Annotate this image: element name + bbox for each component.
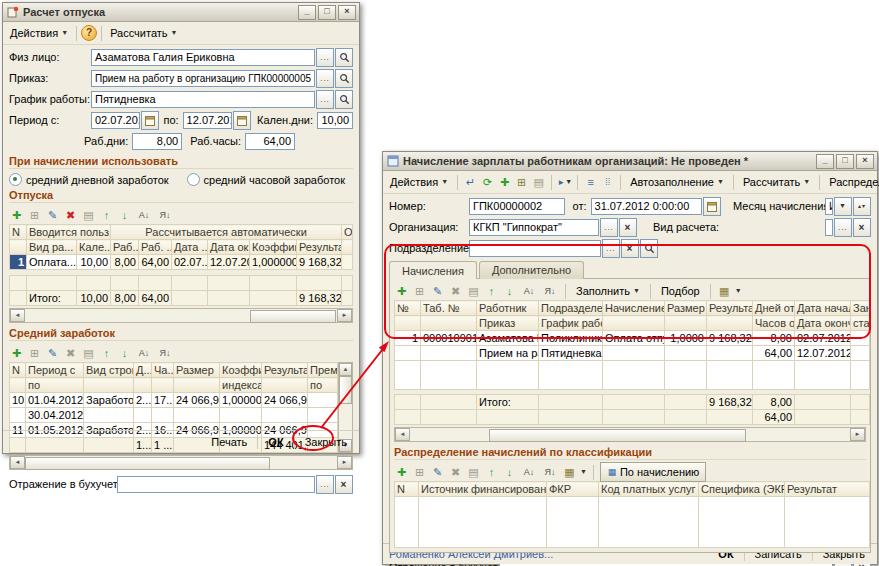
- move-up-icon[interactable]: ↑: [484, 465, 499, 480]
- scroll-thumb[interactable]: [339, 376, 352, 404]
- grafik-select-button[interactable]: ...: [316, 90, 334, 109]
- podrazdelenie-field[interactable]: [469, 240, 601, 257]
- cell[interactable]: 0000109019: [421, 331, 477, 346]
- cell[interactable]: Прием на раб...: [477, 346, 539, 361]
- move-up-icon[interactable]: ↑: [484, 284, 499, 299]
- cell[interactable]: 8,00: [753, 331, 795, 346]
- podbor-button[interactable]: Подбор: [657, 283, 704, 299]
- scroll-right-icon[interactable]: ►: [337, 456, 352, 469]
- magnifier-icon[interactable]: [640, 239, 658, 258]
- cell[interactable]: 02.07....: [172, 255, 208, 270]
- scroll-thumb[interactable]: [25, 457, 270, 470]
- org-field[interactable]: КГКП "Гиппократ": [469, 219, 599, 236]
- podr-select-button[interactable]: ...: [602, 239, 620, 258]
- copy-row-icon[interactable]: ⊞: [27, 208, 42, 223]
- otrazhenie-field[interactable]: [117, 476, 315, 493]
- help-icon[interactable]: ?: [81, 25, 97, 41]
- nomer-field[interactable]: ГПК00000002: [469, 198, 565, 215]
- ok-button[interactable]: ОК: [262, 434, 289, 450]
- cell[interactable]: 17...: [152, 393, 174, 408]
- otrazhenie-select-button[interactable]: ...: [316, 475, 334, 494]
- tab-dopolnitelno[interactable]: Дополнительно: [479, 261, 584, 279]
- cell[interactable]: 12.07.2012: [795, 346, 851, 361]
- cell[interactable]: 64,00: [139, 255, 172, 270]
- minimize-button[interactable]: _: [298, 5, 316, 20]
- new-document-icon[interactable]: ✚: [497, 175, 512, 190]
- cell[interactable]: 24 066,90: [174, 393, 220, 408]
- fiz-lico-open-button magnifier-icon[interactable]: [335, 48, 353, 67]
- menu-autofill[interactable]: Автозаполнение ▼: [626, 174, 728, 190]
- fill-button[interactable]: Заполнить ▼: [572, 283, 644, 299]
- move-down-icon[interactable]: ↓: [502, 284, 517, 299]
- vid-select-button[interactable]: ...: [834, 218, 852, 237]
- sort-asc-icon[interactable]: А↓: [135, 346, 153, 361]
- sort-desc-icon[interactable]: Я↓: [156, 346, 174, 361]
- sort-asc-icon[interactable]: А↓: [520, 284, 538, 299]
- row-number-cell[interactable]: 10: [10, 393, 26, 408]
- maximize-button[interactable]: □: [836, 154, 854, 169]
- radio-hourly-earnings[interactable]: [187, 173, 200, 186]
- cell[interactable]: 9 168,32: [707, 331, 753, 346]
- sort-desc-icon[interactable]: Я↓: [541, 284, 559, 299]
- row-number-cell[interactable]: 1: [10, 255, 27, 270]
- menu-actions[interactable]: Действия ▼: [386, 174, 452, 190]
- calendar-icon[interactable]: [703, 197, 721, 216]
- paste-icon[interactable]: ▤: [531, 175, 546, 190]
- scroll-right-icon[interactable]: ►: [850, 428, 865, 441]
- rab-dni-field[interactable]: 8,00: [132, 133, 182, 150]
- move-up-icon[interactable]: ↑: [99, 346, 114, 361]
- scroll-left-icon[interactable]: ◄: [10, 456, 25, 469]
- cell[interactable]: Заработок: [84, 393, 134, 408]
- cell[interactable]: Пятидневка: [539, 346, 603, 361]
- clear-icon[interactable]: ×: [619, 218, 637, 237]
- move-down-icon[interactable]: ↓: [117, 208, 132, 223]
- month-spinner[interactable]: ▴▾: [853, 197, 871, 216]
- rab-chasy-field[interactable]: 64,00: [245, 133, 295, 150]
- sort-asc-icon[interactable]: А↓: [135, 208, 153, 223]
- cell[interactable]: 12.07.20...: [208, 255, 250, 270]
- org-select-button[interactable]: ...: [600, 218, 618, 237]
- end-edit-icon[interactable]: ▤: [466, 284, 481, 299]
- calendar-icon[interactable]: [141, 111, 159, 130]
- copy-row-icon[interactable]: ⊞: [27, 346, 42, 361]
- cell[interactable]: 30.04.2012: [26, 408, 84, 423]
- sort-desc-icon[interactable]: Я↓: [541, 465, 559, 480]
- delete-row-icon[interactable]: ✖: [63, 208, 78, 223]
- copy-row-icon[interactable]: ⊞: [412, 465, 427, 480]
- cell[interactable]: 1,000000...: [250, 255, 297, 270]
- edit-row-icon[interactable]: ✎: [45, 346, 60, 361]
- scroll-left-icon[interactable]: ◄: [395, 428, 410, 441]
- vid-rascheta-field[interactable]: [825, 219, 833, 236]
- end-edit-icon[interactable]: ▤: [466, 465, 481, 480]
- end-edit-icon[interactable]: ▤: [81, 208, 96, 223]
- list-settings-icon[interactable]: ≡: [583, 175, 598, 190]
- clear-icon[interactable]: ×: [335, 475, 353, 494]
- structure-icon[interactable]: ⁞⁞: [600, 175, 615, 190]
- clear-icon[interactable]: ×: [853, 218, 871, 237]
- sort-desc-icon[interactable]: Я↓: [156, 208, 174, 223]
- prikaz-open-button magnifier-icon[interactable]: [335, 69, 353, 88]
- refresh-icon[interactable]: ⟳: [480, 175, 495, 190]
- copy-document-icon[interactable]: ⊞: [514, 175, 529, 190]
- close-button[interactable]: ×: [856, 154, 874, 169]
- delete-row-icon[interactable]: ✖: [448, 284, 463, 299]
- otpuska-hscrollbar[interactable]: ◄ ►: [9, 308, 353, 323]
- excel-icon[interactable]: ▦: [717, 284, 732, 299]
- period-to-field[interactable]: 12.07.2012: [183, 112, 232, 129]
- prikaz-select-button[interactable]: ...: [316, 69, 334, 88]
- cell[interactable]: Оплата отпуска: [603, 331, 665, 346]
- cell[interactable]: 64,00: [753, 346, 795, 361]
- scroll-left-icon[interactable]: ◄: [10, 309, 25, 322]
- radio-daily-earnings[interactable]: [9, 173, 22, 186]
- cell[interactable]: 1,0000: [665, 331, 707, 346]
- by-accrual-button[interactable]: ▦ По начислению: [600, 462, 706, 482]
- go-icon[interactable]: ►▼: [557, 175, 572, 190]
- scroll-up-icon[interactable]: ▲: [339, 363, 352, 376]
- edit-row-icon[interactable]: ✎: [430, 465, 445, 480]
- move-down-icon[interactable]: ↓: [502, 465, 517, 480]
- fiz-lico-field[interactable]: Азаматова Галия Ериковна: [91, 49, 315, 66]
- end-edit-icon[interactable]: ▤: [81, 346, 96, 361]
- add-row-icon[interactable]: ✚: [394, 465, 409, 480]
- row-number-cell[interactable]: 1: [395, 331, 421, 346]
- window-titlebar[interactable]: Расчет отпуска _ □ ×: [3, 3, 359, 22]
